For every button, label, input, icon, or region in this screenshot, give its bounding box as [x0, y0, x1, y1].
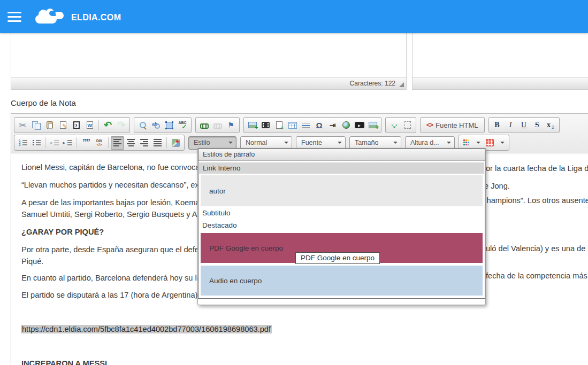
page-break-button[interactable] [326, 119, 339, 132]
pdf-url-selected-text[interactable]: https://cdn1.eldia.com/5fbc8fa1c41ed4002… [21, 325, 272, 333]
image-icon [248, 122, 257, 128]
paragraph-text[interactable]: “Llevan muchos partidos y necesitan desc… [21, 181, 215, 189]
style-combo[interactable]: Estilo [188, 136, 236, 150]
text-color-icon [463, 139, 470, 146]
link-button[interactable] [197, 119, 211, 132]
style-option-destacado[interactable]: Destacado [198, 220, 485, 231]
footer-heading[interactable]: INCREPARON A MESSI [21, 359, 107, 365]
indent-button[interactable] [61, 136, 74, 150]
style-option-audio[interactable]: Audio en cuerpo [201, 266, 483, 296]
resize-grip-icon[interactable] [399, 82, 404, 87]
paste-from-word-button[interactable] [83, 119, 96, 132]
paste-special-icon [73, 121, 80, 129]
style-option-autor[interactable]: autor [201, 175, 483, 206]
undo-button[interactable] [101, 119, 114, 132]
paragraph-text[interactable]: A pesar de las importantes bajas por les… [21, 198, 215, 207]
font-combo[interactable]: Fuente [296, 136, 346, 150]
italic-icon [509, 121, 512, 129]
chevron-down-icon [228, 142, 233, 144]
page-plus-icon [276, 121, 282, 129]
find-button[interactable] [136, 119, 149, 132]
search-icon [139, 121, 147, 129]
paragraph-text[interactable]: Champions”. Los otros ausentes s [481, 196, 588, 205]
source-html-label: Fuente HTML [436, 121, 478, 129]
page-break-icon [330, 121, 336, 129]
title-editor-panel[interactable]: Caracteres: 122 [11, 33, 407, 90]
paste-special-button[interactable] [70, 119, 83, 132]
insert-media-button[interactable] [259, 119, 272, 132]
paragraph-text[interactable]: uló del Valencia) y es una de las c [486, 244, 588, 253]
secondary-editor-statusbar [413, 77, 588, 89]
replace-button[interactable] [149, 119, 163, 132]
div-container-icon [95, 139, 104, 146]
google-maps-button[interactable] [169, 136, 182, 150]
blockquote-button[interactable] [79, 136, 93, 150]
show-blocks-button[interactable] [401, 119, 414, 132]
style-option-link-interno[interactable]: Link Interno [199, 162, 484, 174]
spellcheck-button[interactable] [176, 119, 189, 132]
redo-button[interactable] [114, 119, 128, 132]
outdent-icon [50, 139, 59, 146]
paragraph-text[interactable]: El partido se disputará a las 17 (hora d… [21, 291, 215, 299]
numbered-list-button[interactable] [16, 136, 29, 150]
horizontal-rule-button[interactable] [299, 119, 312, 132]
align-right-button[interactable] [138, 136, 151, 150]
align-justify-button[interactable] [151, 136, 164, 150]
youtube-button[interactable] [353, 119, 366, 132]
underline-button[interactable] [517, 119, 531, 132]
paste-text-icon [60, 121, 66, 129]
strikethrough-button[interactable] [531, 119, 544, 132]
indent-icon [64, 139, 72, 146]
line-height-combo[interactable]: Altura d... [405, 136, 455, 150]
image-gallery-button[interactable] [366, 119, 379, 132]
separator [108, 137, 109, 148]
paragraph-text[interactable]: En cuanto al partido, Barcelona defender… [21, 274, 218, 282]
paste-button[interactable] [43, 119, 56, 132]
insert-image-button[interactable] [246, 119, 259, 132]
italic-button[interactable] [504, 119, 517, 132]
outdent-button[interactable] [48, 136, 61, 150]
google-maps-icon [172, 139, 180, 147]
table-color-button[interactable] [483, 136, 507, 150]
image-add-icon [369, 122, 377, 128]
special-char-button[interactable] [312, 119, 326, 132]
omega-icon [316, 121, 322, 130]
paragraph-text[interactable]: Lionel Messi, capitán de Barcelona, no f… [21, 163, 215, 172]
source-html-button[interactable]: Fuente HTML [422, 119, 483, 132]
paragraph-text[interactable]: Samuel Umtiti, Sergi Roberto, Sergio Bus… [21, 210, 217, 219]
bulleted-list-button[interactable] [29, 136, 43, 150]
text-color-button[interactable] [461, 136, 483, 150]
spellcheck-icon [179, 121, 187, 129]
anchor-button[interactable] [224, 119, 238, 132]
copy-button[interactable] [29, 119, 43, 132]
size-combo[interactable]: Tamaño [349, 136, 401, 150]
cut-button[interactable] [16, 119, 29, 132]
style-option-subtitulo[interactable]: Subtitulo [198, 208, 485, 219]
embed-button[interactable] [339, 119, 353, 132]
align-left-button[interactable] [111, 136, 124, 150]
hamburger-menu-icon[interactable] [7, 12, 21, 22]
paste-text-button[interactable] [56, 119, 70, 132]
brand-title: ELDIA.COM [71, 13, 121, 22]
paragraph-text[interactable]: or la cuarta fecha de la Liga de C [486, 164, 588, 173]
insert-table-button[interactable] [286, 119, 299, 132]
maximize-button[interactable] [387, 119, 401, 132]
insert-page-button[interactable] [272, 119, 286, 132]
subscript-button[interactable] [544, 119, 558, 132]
bold-button[interactable] [491, 119, 504, 132]
paragraph-text[interactable]: Por otra parte, desde España aseguran qu… [21, 245, 214, 254]
section-heading[interactable]: ¿GARAY POR PIQUÉ? [21, 228, 104, 236]
underline-icon [521, 121, 526, 129]
secondary-editor-panel[interactable] [412, 33, 588, 90]
paragraph-text[interactable]: fecha de la competencia más imp [486, 271, 588, 280]
paragraph-text[interactable]: Piqué. [21, 257, 43, 266]
select-all-button[interactable] [163, 119, 176, 132]
unlink-button[interactable] [211, 119, 224, 132]
format-combo[interactable]: Normal [240, 136, 292, 150]
div-container-button[interactable] [93, 136, 106, 150]
undo-icon [104, 119, 112, 131]
separator [45, 137, 45, 148]
paragraph-text[interactable]: e Jong. [484, 182, 510, 190]
align-center-button[interactable] [124, 136, 138, 150]
bold-icon [494, 121, 499, 129]
